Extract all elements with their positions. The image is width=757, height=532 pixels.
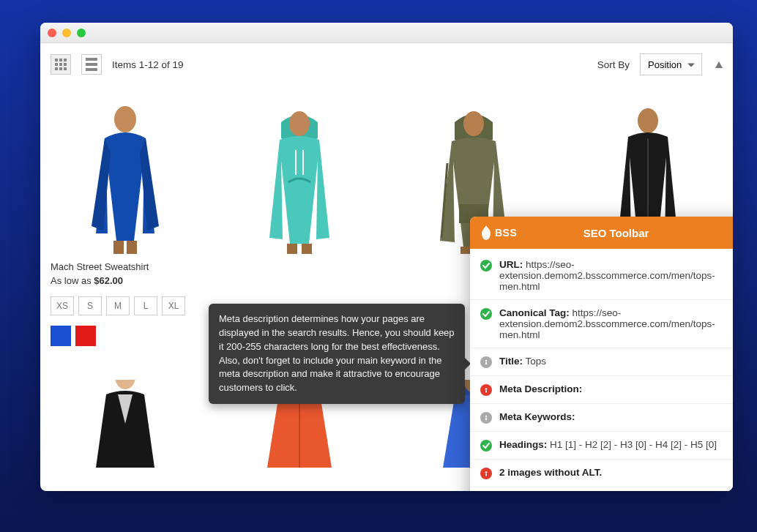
status-ok-icon — [480, 260, 492, 271]
seo-row-text: 2 images without ALT. — [499, 467, 733, 478]
seo-row: Open Graph: Great! We have found several… — [470, 487, 733, 491]
page-content: Items 1-12 of 19 Sort By Position — [40, 43, 733, 491]
seo-row-label: Meta Keywords: — [499, 411, 575, 422]
seo-toolbar-header[interactable]: BSS SEO Toolbar — [470, 217, 733, 249]
status-info-icon — [480, 356, 492, 368]
status-ok-icon — [480, 308, 492, 320]
seo-toolbar-body: URL: https://seo-extension.demom2.bsscom… — [470, 249, 733, 491]
sort-select-wrap: Position — [640, 53, 702, 75]
size-swatches: XS S M L XL — [51, 296, 200, 315]
product-image[interactable] — [51, 380, 200, 468]
minimize-icon[interactable] — [62, 29, 71, 37]
seo-row: URL: https://seo-extension.demom2.bsscom… — [470, 252, 733, 299]
product-image[interactable] — [51, 94, 200, 254]
svg-point-21 — [485, 360, 487, 361]
status-info-icon — [480, 412, 492, 424]
seo-row: Title: Tops — [470, 348, 733, 375]
product-name: Mach Street Sweatshirt — [51, 261, 200, 272]
bss-logo: BSS — [480, 225, 517, 240]
zoom-icon[interactable] — [77, 29, 86, 37]
seo-row-label: Canonical Tag: — [499, 307, 570, 318]
svg-rect-2 — [127, 241, 137, 254]
svg-point-23 — [485, 388, 488, 390]
seo-row-label: 2 images without ALT. — [499, 467, 602, 478]
svg-rect-6 — [287, 244, 297, 254]
svg-point-27 — [485, 471, 488, 473]
brand-text: BSS — [495, 227, 517, 239]
sort-select[interactable]: Position — [640, 53, 702, 75]
seo-row-value: Tops — [526, 356, 547, 367]
seo-row-value: H1 [1] - H2 [2] - H3 [0] - H4 [2] - H5 [… — [550, 439, 717, 450]
seo-row-text: URL: https://seo-extension.demom2.bsscom… — [499, 259, 733, 292]
flame-icon — [480, 225, 492, 240]
svg-rect-28 — [485, 473, 487, 476]
seo-row-value: https://seo-extension.demom2.bsscommerce… — [499, 259, 715, 292]
seo-row-text: Headings: H1 [1] - H2 [2] - H3 [0] - H4 … — [499, 439, 733, 450]
seo-row-text: Meta Keywords: — [499, 411, 733, 422]
svg-point-25 — [485, 416, 487, 417]
svg-rect-22 — [485, 362, 487, 365]
seo-row: 2 images without ALT. — [470, 459, 733, 487]
seo-row: Meta Keywords: — [470, 403, 733, 431]
size-option[interactable]: XS — [51, 296, 74, 315]
size-option[interactable]: XL — [162, 296, 185, 315]
product-image[interactable] — [225, 94, 374, 254]
product-price-line: As low as $62.00 — [51, 275, 200, 286]
tooltip-text: Meta description determines how your pag… — [219, 313, 455, 393]
seo-row-label: Headings: — [499, 439, 547, 450]
sort-direction-button[interactable] — [715, 61, 723, 68]
svg-point-3 — [289, 111, 310, 136]
seo-row: Meta Description: — [470, 375, 733, 403]
view-list-button[interactable] — [81, 54, 102, 75]
seo-row-text: Title: Tops — [499, 356, 733, 367]
seo-row-label: URL: — [499, 259, 523, 270]
svg-point-16 — [115, 380, 135, 389]
svg-point-0 — [114, 106, 136, 132]
product-card[interactable] — [51, 380, 200, 468]
svg-rect-24 — [485, 390, 487, 392]
seo-toolbar-panel: BSS SEO Toolbar URL: https://seo-extensi… — [470, 217, 733, 491]
items-count: Items 1-12 of 19 — [112, 59, 184, 70]
view-grid-button[interactable] — [51, 54, 71, 75]
price-prefix: As low as — [51, 275, 94, 286]
status-error-icon — [480, 384, 492, 396]
seo-row: Headings: H1 [1] - H2 [2] - H3 [0] - H4 … — [470, 431, 733, 459]
size-option[interactable]: M — [106, 296, 130, 315]
product-price: $62.00 — [94, 275, 123, 286]
status-ok-icon — [480, 440, 492, 452]
svg-rect-10 — [460, 247, 471, 254]
grid-icon — [55, 59, 67, 70]
status-error-icon — [480, 468, 492, 479]
seo-row-label: Meta Description: — [499, 383, 582, 394]
svg-point-12 — [638, 108, 658, 133]
sort-label: Sort By — [597, 59, 630, 70]
app-window: Items 1-12 of 19 Sort By Position — [40, 23, 733, 491]
svg-rect-7 — [302, 244, 312, 254]
color-option[interactable] — [75, 326, 96, 346]
close-icon[interactable] — [48, 29, 56, 37]
seo-row-label: Title: — [499, 356, 523, 367]
product-toolbar: Items 1-12 of 19 Sort By Position — [51, 53, 723, 75]
svg-point-8 — [463, 111, 484, 136]
size-option[interactable]: S — [78, 296, 102, 315]
meta-description-tooltip: Meta description determines how your pag… — [209, 304, 465, 404]
color-option[interactable] — [51, 326, 71, 346]
list-icon — [86, 58, 97, 71]
product-card[interactable]: Mach Street Sweatshirt As low as $62.00 … — [51, 94, 200, 359]
svg-rect-26 — [485, 418, 487, 421]
titlebar — [40, 23, 733, 43]
svg-rect-1 — [113, 241, 124, 254]
seo-row-text: Meta Description: — [499, 383, 733, 394]
seo-row-text: Canonical Tag: https://seo-extension.dem… — [499, 307, 733, 340]
seo-row: Canonical Tag: https://seo-extension.dem… — [470, 299, 733, 348]
size-option[interactable]: L — [134, 296, 157, 315]
color-swatches — [51, 326, 200, 346]
